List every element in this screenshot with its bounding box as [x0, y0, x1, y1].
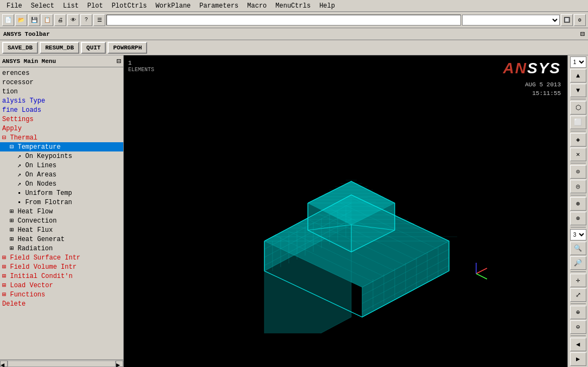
rt-view7-btn[interactable]: ⊛ [570, 197, 586, 211]
menu-menuctrls[interactable]: MenuCtrls [271, 1, 315, 11]
scroll-right[interactable]: ▶ [116, 360, 123, 367]
viewport[interactable]: 1 ELEMENTS ANSYS AUG 5 2013 15:11:55 [124, 55, 567, 367]
menu-list[interactable]: List [59, 1, 83, 11]
unknown-btn[interactable]: ☰ [93, 14, 105, 26]
rt-up-btn[interactable]: ▲ [570, 69, 586, 83]
rt-view4-btn[interactable]: ✕ [570, 148, 586, 161]
rt-pan-btn[interactable]: ✛ [570, 274, 586, 287]
sidebar-collapse-icon[interactable]: ⊟ [117, 56, 121, 66]
print-btn[interactable]: 🖨 [54, 14, 66, 26]
sidebar-item-convection[interactable]: ⊞ Convection [0, 216, 123, 225]
rt-view3-btn[interactable]: ◈ [570, 133, 586, 147]
rt-zoom-2-btn[interactable]: 🔎 [570, 256, 586, 270]
ansys-toolbar-label: ANSYS Toolbar [3, 31, 50, 37]
powrgrph-btn[interactable]: POWRGRPH [108, 42, 147, 54]
resum-db-btn[interactable]: RESUM_DB [40, 42, 79, 54]
sidebar-item-load-vector[interactable]: ⊞ Load Vector [0, 281, 123, 290]
scroll-left[interactable]: ◀ [0, 360, 8, 367]
rt-view5-btn[interactable]: ⊙ [570, 165, 586, 179]
save-db-btn[interactable]: SAVE_DB [2, 42, 38, 54]
ansys-toolbar-row: ANSYS Toolbar ⊟ [0, 28, 588, 40]
sidebar-item-rocessor[interactable]: rocessor [0, 78, 123, 87]
view-select-main[interactable] [462, 15, 560, 26]
sidebar-item-heat-flow[interactable]: ⊞ Heat Flow [0, 207, 123, 216]
rt-sep1 [571, 99, 586, 99]
sidebar-item-heat-generat[interactable]: ⊞ Heat Generat [0, 235, 123, 244]
rt-sep7 [571, 303, 586, 304]
help-tb-btn[interactable]: ? [80, 14, 92, 26]
rt-zoom3-btn[interactable]: ⊕ [570, 306, 586, 319]
sidebar-item-on-areas[interactable]: ↗ On Areas [0, 170, 123, 179]
sidebar-item-text: ↗ On Nodes [17, 180, 56, 188]
menu-help[interactable]: Help [315, 1, 339, 11]
sidebar-item-field-volume-intr[interactable]: ⊞ Field Volume Intr [0, 262, 123, 271]
new-btn[interactable]: 📄 [2, 14, 14, 26]
btn-toolbar: SAVE_DB RESUM_DB QUIT POWRGRPH [0, 40, 588, 55]
sidebar-item-from-flotran[interactable]: ▪ From Flotran [0, 198, 123, 207]
sidebar-item-fine-loads[interactable]: fine Loads [0, 105, 123, 115]
sidebar-item-text: ⊟ Temperature [10, 143, 61, 151]
save-btn[interactable]: 💾 [28, 14, 40, 26]
sidebar-item-field-surface-intr[interactable]: ⊞ Field Surface Intr [0, 253, 123, 262]
open-btn[interactable]: 📂 [15, 14, 27, 26]
view-level-select[interactable]: 312 [570, 229, 586, 241]
sidebar-item-text: ↗ On Areas [17, 170, 56, 179]
sidebar-item-on-nodes[interactable]: ↗ On Nodes [0, 179, 123, 188]
sidebar-tree[interactable]: erencesrocessortionalysis Typefine Loads… [0, 67, 123, 359]
right-panel: 1 ELEMENTS ANSYS AUG 5 2013 15:11:55 [124, 55, 588, 367]
sidebar-item-text: ⊞ Load Vector [2, 281, 53, 290]
sidebar-item-apply[interactable]: Apply [0, 124, 123, 133]
sidebar-item-text: erences [2, 69, 29, 78]
rt-arrow-left-btn[interactable]: ◀ [570, 338, 586, 351]
sidebar-scrollbar-h[interactable]: ◀ ▶ [0, 359, 123, 367]
rt-arrow-right-btn[interactable]: ▶ [570, 352, 586, 366]
sidebar-item-initial-condit[interactable]: ⊞ Initial Condit'n [0, 271, 123, 281]
rt-zoom-in-btn[interactable]: 🔍 [570, 242, 586, 255]
rt-sep4 [571, 195, 586, 195]
sidebar-item-tion[interactable]: tion [0, 87, 123, 96]
sidebar-item-delete[interactable]: Delete [0, 299, 123, 308]
rt-zoom4-btn[interactable]: ⊖ [570, 320, 586, 334]
sidebar-item-text: ⊞ Heat Flow [10, 207, 53, 216]
menu-file[interactable]: File [2, 1, 27, 11]
viewport-3d [124, 55, 567, 367]
sidebar-item-temperature[interactable]: ⊟ Temperature [0, 142, 123, 151]
rt-view8-btn[interactable]: ⊗ [570, 212, 586, 225]
menu-select[interactable]: Select [27, 1, 59, 11]
sidebar-item-heat-flux[interactable]: ⊞ Heat Flux [0, 225, 123, 235]
sidebar-item-erences[interactable]: erences [0, 68, 123, 78]
view-number-select[interactable]: 1234 [570, 56, 586, 68]
ansys-toolbar-collapse[interactable]: ⊟ [580, 29, 585, 39]
sidebar-item-text: alysis Type [2, 97, 45, 105]
preview-btn[interactable]: 👁 [67, 14, 79, 26]
sidebar-item-settings[interactable]: Settings [0, 115, 123, 124]
sidebar-header: ANSYS Main Menu ⊟ [0, 55, 123, 67]
sidebar-item-radiation[interactable]: ⊞ Radiation [0, 244, 123, 253]
menu-plotctrls[interactable]: PlotCtrls [108, 1, 151, 11]
sidebar-item-on-keypoints[interactable]: ↗ On Keypoints [0, 151, 123, 161]
menubar: File Select List Plot PlotCtrls WorkPlan… [0, 0, 588, 12]
copy-btn[interactable]: 📋 [41, 14, 53, 26]
rt-fit-btn[interactable]: ⤢ [570, 288, 586, 302]
icon-a[interactable]: 🔲 [561, 14, 573, 26]
sidebar-item-uniform-temp[interactable]: ▪ Uniform Temp [0, 188, 123, 198]
sidebar-item-alysis-type[interactable]: alysis Type [0, 96, 123, 105]
menu-plot[interactable]: Plot [83, 1, 108, 11]
menu-macro[interactable]: Macro [243, 1, 271, 11]
sidebar-item-functions[interactable]: ⊞ Functions [0, 290, 123, 299]
menu-parameters[interactable]: Parameters [195, 1, 243, 11]
sidebar-item-on-lines[interactable]: ↗ On Lines [0, 161, 123, 170]
icon-b[interactable]: ⚙ [574, 14, 586, 26]
menu-workplane[interactable]: WorkPlane [151, 1, 195, 11]
sidebar-item-text: ⊞ Field Volume Intr [2, 263, 77, 271]
rt-down-btn[interactable]: ▼ [570, 84, 586, 97]
sidebar-item-text: tion [2, 87, 18, 96]
quit-btn[interactable]: QUIT [81, 42, 106, 54]
rt-front-btn[interactable]: ⬜ [570, 116, 586, 129]
sidebar-item-thermal[interactable]: ⊟ Thermal [0, 133, 123, 142]
sidebar-item-text: rocessor [2, 78, 34, 87]
sidebar-item-text: ▪ Uniform Temp [17, 189, 72, 198]
rt-iso-btn[interactable]: ⬡ [570, 101, 586, 115]
command-input[interactable] [106, 15, 461, 26]
rt-view6-btn[interactable]: ◎ [570, 180, 586, 193]
